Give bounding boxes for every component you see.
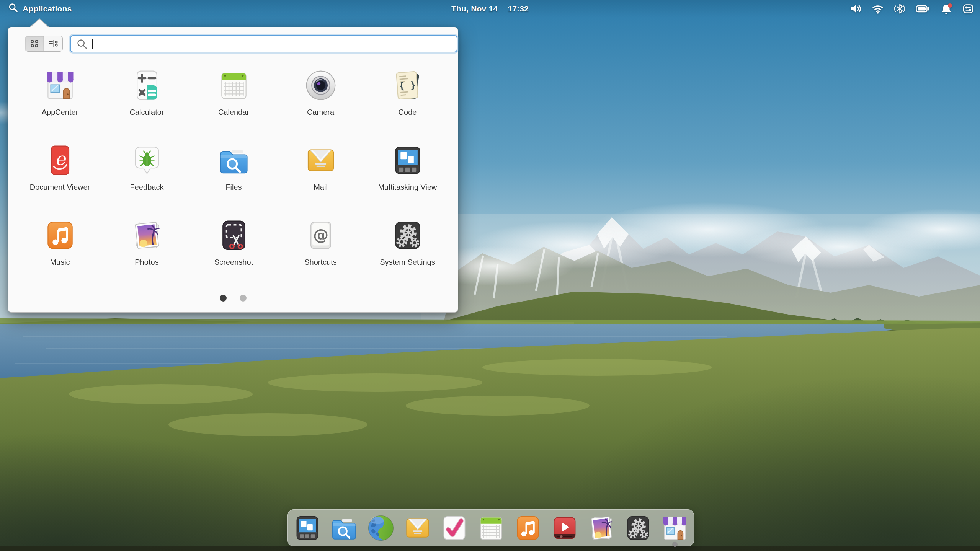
battery-icon[interactable] <box>915 2 931 15</box>
multitasking-view-icon <box>292 513 323 543</box>
dock-item-mail[interactable] <box>402 513 433 543</box>
dock <box>287 509 694 546</box>
app-camera[interactable]: Camera <box>281 68 361 117</box>
document-viewer-icon <box>42 143 78 178</box>
shortcuts-icon <box>303 218 338 253</box>
datetime-button[interactable]: Thu, Nov 14 17:32 <box>447 0 533 18</box>
category-view-icon <box>47 38 59 49</box>
feedback-icon <box>129 143 165 178</box>
music-icon <box>42 218 78 253</box>
app-system-settings[interactable]: System Settings <box>368 218 448 267</box>
files-icon <box>216 143 252 178</box>
applications-launcher-popup: AppCenter Calculator Calendar Camera Cod… <box>8 27 458 313</box>
app-music[interactable]: Music <box>20 218 100 267</box>
running-indicator-dot <box>673 542 678 547</box>
page-dot-2[interactable] <box>240 295 247 302</box>
app-shortcuts[interactable]: Shortcuts <box>281 218 361 267</box>
system-indicators <box>847 0 977 18</box>
app-calculator[interactable]: Calculator <box>107 68 187 117</box>
notifications-icon[interactable] <box>940 2 953 15</box>
top-panel: Applications Thu, Nov 14 17:32 <box>0 0 980 18</box>
dock-item-videos[interactable] <box>549 513 580 543</box>
notification-badge <box>948 3 952 8</box>
app-multitasking-view[interactable]: Multitasking View <box>368 143 448 192</box>
photos-icon <box>129 218 165 253</box>
app-photos[interactable]: Photos <box>107 218 187 267</box>
app-files[interactable]: Files <box>194 143 274 192</box>
wifi-icon[interactable] <box>871 2 884 15</box>
web-browser-icon <box>366 513 396 543</box>
desktop: { } e <box>0 0 980 551</box>
appcenter-icon <box>660 513 690 543</box>
app-feedback[interactable]: Feedback <box>107 143 187 192</box>
app-code[interactable]: Code <box>368 68 448 117</box>
launcher-header <box>8 27 458 52</box>
app-screenshot[interactable]: Screenshot <box>194 218 274 267</box>
dock-item-tasks[interactable] <box>439 513 470 543</box>
panel-time: 17:32 <box>508 4 529 13</box>
search-icon <box>75 37 88 51</box>
search-icon <box>8 2 19 15</box>
page-dot-1[interactable] <box>220 295 227 302</box>
mail-icon <box>402 513 433 543</box>
code-icon <box>390 68 425 103</box>
volume-icon[interactable] <box>849 2 862 15</box>
dock-item-multitasking-view[interactable] <box>292 513 323 543</box>
dock-item-web[interactable] <box>366 513 396 543</box>
dock-item-photos[interactable] <box>586 513 617 543</box>
tasks-icon <box>439 513 470 543</box>
app-search-input[interactable] <box>93 36 452 52</box>
category-view-button[interactable] <box>44 36 62 51</box>
app-document-viewer[interactable]: Document Viewer <box>20 143 100 192</box>
appcenter-icon <box>42 68 78 103</box>
app-grid: AppCenter Calculator Calendar Camera Cod… <box>16 68 451 267</box>
dock-item-system-settings[interactable] <box>623 513 653 543</box>
dock-item-music[interactable] <box>513 513 543 543</box>
files-icon <box>329 513 359 543</box>
session-icon[interactable] <box>962 2 975 15</box>
calendar-icon <box>216 68 252 103</box>
camera-icon <box>303 68 338 103</box>
system-settings-icon <box>623 513 653 543</box>
videos-icon <box>549 513 580 543</box>
grid-view-icon <box>29 38 40 49</box>
app-search-field[interactable] <box>70 35 457 52</box>
grid-view-button[interactable] <box>25 36 44 51</box>
app-calendar[interactable]: Calendar <box>194 68 274 117</box>
multitasking-view-icon <box>390 143 425 178</box>
panel-date: Thu, Nov 14 <box>451 4 498 13</box>
calendar-icon <box>476 513 506 543</box>
dock-item-files[interactable] <box>329 513 359 543</box>
system-settings-icon <box>390 218 425 253</box>
app-mail[interactable]: Mail <box>281 143 361 192</box>
screenshot-icon <box>216 218 252 253</box>
app-appcenter[interactable]: AppCenter <box>20 68 100 117</box>
calculator-icon <box>129 68 165 103</box>
mail-icon <box>303 143 338 178</box>
music-icon <box>513 513 543 543</box>
page-indicator <box>8 295 458 302</box>
bluetooth-icon[interactable] <box>893 2 906 15</box>
view-toggle-group <box>25 36 63 52</box>
dock-item-appcenter[interactable] <box>660 513 690 543</box>
photos-icon <box>586 513 617 543</box>
applications-menu-button[interactable]: Applications <box>4 0 75 18</box>
applications-label: Applications <box>23 4 72 13</box>
dock-item-calendar[interactable] <box>476 513 506 543</box>
